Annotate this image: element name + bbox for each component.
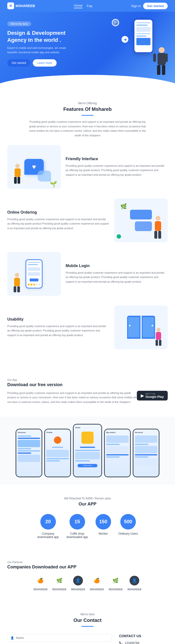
features-title: Features Of Mshareb xyxy=(7,106,168,112)
getstarted-button[interactable]: Get started xyxy=(143,3,168,9)
feature-login-image xyxy=(7,252,61,296)
svg-rect-5 xyxy=(165,54,168,62)
signin-button[interactable]: Sign in xyxy=(131,4,141,8)
contact-info-title: CONTACT US xyxy=(119,634,168,638)
feature-friendly-desc: Providing good quality customer experien… xyxy=(66,164,168,177)
contact-title: Our Contact xyxy=(7,618,168,623)
stats-sublabel: Our APP xyxy=(7,502,168,507)
feature-friendly-image: ♥ 🌱 xyxy=(7,145,61,189)
download-title: Download our free version xyxy=(7,382,168,387)
feature-ordering-content: Online Ordering Providing good quality c… xyxy=(7,210,110,230)
stat-coffe-label: Coffe shop downloaded app xyxy=(66,532,88,539)
stat-company-label: Company downloaded app xyxy=(37,532,59,539)
feature-login-content: Mobile Login Providing good quality cust… xyxy=(66,264,168,284)
svg-rect-17 xyxy=(17,286,20,292)
svg-rect-9 xyxy=(18,177,20,184)
hero-subtitle: Expert in mobile and web technologies, w… xyxy=(7,46,75,54)
svg-rect-21 xyxy=(159,340,162,346)
logo-icon: M xyxy=(7,2,14,9)
hero-person-illustration xyxy=(148,46,168,77)
main-nav: Home Faq xyxy=(74,4,92,8)
partner-6-name: MSHAREEB xyxy=(127,588,141,591)
svg-rect-2 xyxy=(157,65,160,75)
partner-2-name: MSHAREEB xyxy=(52,588,66,591)
feature-usability-content: Usability Providing good quality custome… xyxy=(7,317,110,338)
features-section: We're Offering Features Of Mshareb Provi… xyxy=(0,90,175,371)
phone-1: Services xyxy=(16,429,42,477)
features-description: Providing good quality customer experien… xyxy=(27,120,148,138)
contact-underline xyxy=(82,626,94,627)
partner-1-icon: 🍊 xyxy=(34,574,47,587)
phone-icon-contact: 📞 xyxy=(119,641,123,644)
partner-5: 🌿 MSHAREEB xyxy=(109,574,122,591)
contact-form: 👤 ✉ 📞 💬 SEND xyxy=(7,634,112,644)
partner-5-icon: 🌿 xyxy=(110,574,122,587)
hero-learnmore-button[interactable]: Learn more xyxy=(33,59,56,66)
partner-1-name: MSHAREEB xyxy=(34,588,48,591)
svg-rect-19 xyxy=(156,332,161,340)
download-label: Our App xyxy=(7,378,168,381)
stat-users-number: 500 xyxy=(120,514,136,530)
stats-label: We Reached To 5000+ Person uses xyxy=(7,497,168,500)
hero-buttons: Get started Learn more xyxy=(7,59,85,66)
partner-4-icon: 🍊 xyxy=(91,574,103,587)
partner-3: 👤 MSHAREEB xyxy=(71,574,85,591)
svg-rect-4 xyxy=(153,54,156,62)
stat-users: 500 Ordinary Users xyxy=(118,514,138,539)
contact-grid: 👤 ✉ 📞 💬 SEND CONTACT US 📞 123456789 xyxy=(7,634,168,644)
partner-1: 🍊 MSHAREEB xyxy=(34,574,48,591)
stat-users-label: Ordinary Users xyxy=(118,532,138,535)
name-input-row: 👤 xyxy=(7,634,112,642)
hero-badge: We're the best xyxy=(7,22,31,26)
contact-section: We're here Our Contact 👤 ✉ 📞 💬 SEND xyxy=(0,600,175,644)
svg-point-14 xyxy=(15,273,19,277)
logo: M MSHAREEB xyxy=(7,2,35,9)
contact-label: We're here xyxy=(7,613,168,616)
download-section: Our App Download our free version ▶ GET … xyxy=(0,371,175,416)
partner-2-icon: 🌿 xyxy=(53,574,66,587)
phone-2: Profile xyxy=(44,429,71,477)
phone-4: My orders xyxy=(104,429,131,477)
partner-logos-grid: 🍊 MSHAREEB 🌿 MSHAREEB 👤 MSHAREEB 🍊 MSHAR… xyxy=(7,574,168,591)
phone-5: Services xyxy=(133,429,160,477)
hero-illustration: 🔍 ◀ xyxy=(110,16,168,77)
google-play-button[interactable]: ▶ GET IT ON Google Play xyxy=(137,391,168,400)
contact-phone: 📞 123456789 xyxy=(119,641,168,644)
svg-rect-8 xyxy=(14,177,17,184)
stat-worker-label: Worker xyxy=(98,532,108,535)
feature-online-ordering: 🌿 Online Ordering Providing good quality… xyxy=(7,198,168,242)
svg-point-10 xyxy=(156,216,160,221)
hero-getstarted-button[interactable]: Get started xyxy=(7,59,30,66)
hero-title: Design & Development Agency In the world… xyxy=(7,30,80,44)
phone-3: Order Order Now xyxy=(73,424,102,477)
nav-home[interactable]: Home xyxy=(74,4,82,8)
feature-login-desc: Providing good quality customer experien… xyxy=(66,270,168,284)
svg-rect-20 xyxy=(156,340,158,346)
feature-login-title: Mobile Login xyxy=(66,264,168,268)
nav-faq[interactable]: Faq xyxy=(87,4,92,8)
svg-rect-12 xyxy=(154,231,157,239)
partner-5-name: MSHAREEB xyxy=(109,588,122,591)
hero-section: We're the best Design & Development Agen… xyxy=(0,12,175,90)
stat-coffe-number: 15 xyxy=(70,514,85,530)
feature-friendly-title: Friendly Interface xyxy=(66,157,168,161)
feature-mobile-login: Mobile Login Providing good quality cust… xyxy=(7,252,168,296)
stat-coffe: 15 Coffe shop downloaded app xyxy=(66,514,88,539)
svg-rect-16 xyxy=(14,286,16,292)
stat-company-number: 20 xyxy=(40,514,56,530)
svg-point-6 xyxy=(15,164,20,168)
stats-section: We Reached To 5000+ Person uses Our APP … xyxy=(0,484,175,551)
stat-worker-number: 150 xyxy=(96,514,111,530)
feature-friendly-interface: ♥ 🌱 Friendly Interface Providing good qu… xyxy=(7,145,168,189)
name-input[interactable] xyxy=(16,636,109,640)
partner-3-icon: 👤 xyxy=(72,574,84,587)
stat-company: 20 Company downloaded app xyxy=(37,514,59,539)
brand-name: MSHAREEB xyxy=(16,4,35,8)
download-description: Providing good quality customer experien… xyxy=(7,391,153,404)
partner-6-icon: 👤 xyxy=(128,574,140,587)
feature-ordering-title: Online Ordering xyxy=(7,210,110,214)
phones-showcase: Services Profile O xyxy=(0,416,175,484)
svg-point-18 xyxy=(156,328,160,332)
svg-rect-3 xyxy=(162,65,165,75)
svg-rect-13 xyxy=(158,231,161,239)
